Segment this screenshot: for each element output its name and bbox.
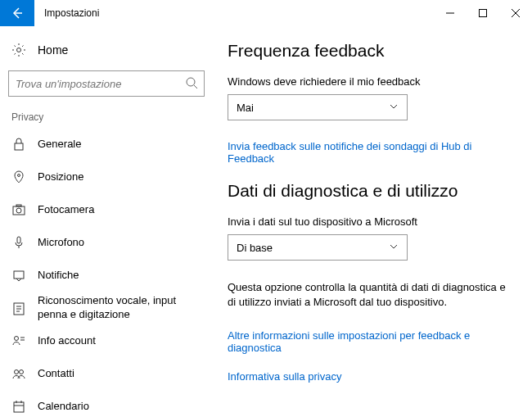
gear-icon [11,43,26,57]
privacy-link[interactable]: Informativa sulla privacy [228,370,517,383]
home-button[interactable]: Home [0,36,213,64]
close-icon [512,9,520,17]
minimize-icon [446,9,454,17]
diag-heading: Dati di diagnostica e di utilizzo [228,181,517,201]
back-arrow-icon [11,7,24,20]
svg-point-8 [18,175,20,177]
sidebar-item-contatti[interactable]: Contatti [0,357,213,390]
window-title: Impostazioni [34,0,434,26]
sidebar-item-label: Info account [38,334,200,348]
sidebar-item-label: Riconoscimento vocale, input penna e dig… [38,294,200,322]
diag-label: Invia i dati sul tuo dispositivo a Micro… [228,215,517,228]
minimize-button[interactable] [434,0,467,26]
sidebar-item-calendario[interactable]: Calendario [0,390,213,417]
svg-rect-13 [14,271,24,279]
sidebar-item-riconoscimento[interactable]: Riconoscimento vocale, input penna e dig… [0,292,213,324]
search-input[interactable] [8,70,205,97]
notification-icon [11,268,26,283]
chevron-down-icon [389,102,399,114]
svg-point-21 [15,370,19,374]
sidebar-item-label: Generale [38,138,200,152]
titlebar: Impostazioni [0,0,532,26]
diag-more-info-link[interactable]: Altre informazioni sulle impostazioni pe… [228,329,517,354]
search-icon [185,76,198,92]
sidebar-item-label: Calendario [38,400,200,414]
account-icon [11,333,26,348]
sidebar-item-label: Notifiche [38,269,200,283]
sidebar-item-posizione[interactable]: Posizione [0,161,213,193]
diag-select-value: Di base [237,242,273,254]
chevron-down-icon [389,242,399,254]
sidebar-item-fotocamera[interactable]: Fotocamera [0,193,213,226]
feedback-label: Windows deve richiedere il mio feedback [228,75,517,88]
maximize-button[interactable] [467,0,499,26]
close-button[interactable] [499,0,532,26]
home-label: Home [38,43,68,57]
sidebar-item-label: Contatti [38,367,200,381]
diag-description: Questa opzione controlla la quantità di … [228,280,514,310]
feedback-select[interactable]: Mai [228,94,408,120]
calendar-icon [11,399,26,414]
svg-point-10 [16,208,21,213]
svg-point-18 [15,337,19,341]
sidebar-section-label: Privacy [0,105,213,128]
svg-line-6 [194,85,197,88]
sidebar-item-generale[interactable]: Generale [0,128,213,161]
microphone-icon [11,235,26,250]
diag-select[interactable]: Di base [228,234,408,261]
sidebar-item-microfono[interactable]: Microfono [0,226,213,259]
feedback-hub-link[interactable]: Invia feedback sulle notifiche dei sonda… [228,140,517,165]
svg-point-5 [187,78,195,86]
svg-point-22 [20,370,24,374]
contacts-icon [11,366,26,381]
lock-icon [11,137,26,152]
location-icon [11,170,26,184]
svg-point-4 [17,48,21,52]
back-button[interactable] [0,0,34,26]
svg-rect-12 [17,237,20,243]
svg-rect-23 [14,402,24,412]
svg-rect-11 [16,205,21,206]
svg-rect-1 [480,10,487,17]
sidebar-item-notifiche[interactable]: Notifiche [0,259,213,292]
window-controls [434,0,532,26]
sidebar-item-label: Posizione [38,170,200,184]
sidebar-item-label: Fotocamera [38,203,200,217]
svg-rect-7 [15,143,23,150]
maximize-icon [479,9,487,17]
search-wrap [8,70,205,97]
speech-icon [11,301,26,315]
sidebar: Home Privacy Generale Posizione Fotocame… [0,26,213,417]
main-panel: Frequenza feedback Windows deve richiede… [213,26,532,417]
sidebar-item-label: Microfono [38,236,200,250]
feedback-select-value: Mai [237,102,254,114]
sidebar-item-account[interactable]: Info account [0,324,213,357]
feedback-heading: Frequenza feedback [228,41,517,61]
camera-icon [11,202,26,217]
